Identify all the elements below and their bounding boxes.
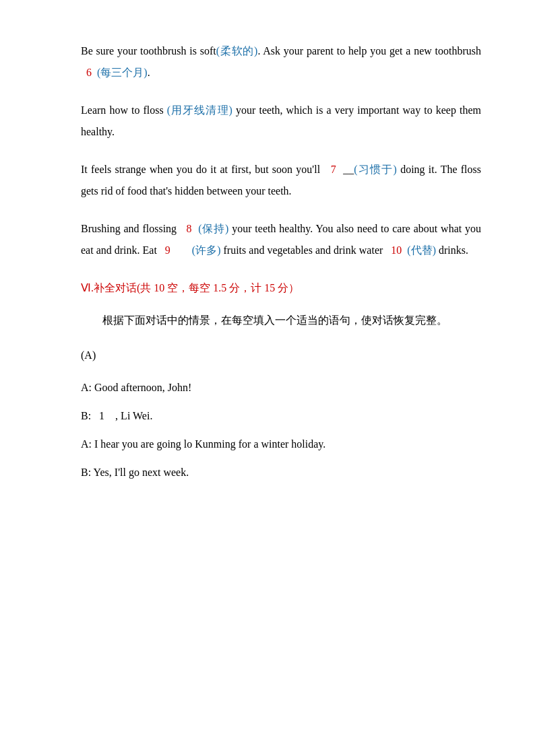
blank-8: 8 [187, 223, 192, 234]
dialog-line-1: A: Good afternoon, John! [81, 377, 481, 399]
chinese-p4-3: (代替) [407, 244, 436, 256]
main-content: Be sure your toothbrush is soft(柔软的). As… [81, 40, 481, 483]
chinese-p3-1: (习惯于) [354, 164, 397, 175]
dialog-speaker-b1: B: 1 , Li Wei. [81, 410, 152, 421]
chinese-p1-2: (每三个月) [97, 67, 148, 78]
dialog-speaker-b2: B: Yes, I'll go next week. [81, 467, 189, 478]
text-p4-2 [192, 223, 199, 234]
paragraph-4: Brushing and flossing 8 (保持) your teeth … [81, 218, 481, 261]
text-p1-1: Be sure your toothbrush is soft [81, 45, 216, 57]
dialog-a-label-text: (A) [81, 349, 96, 361]
dialog-speaker-a2: A: I hear you are going lo Kunming for a… [81, 438, 325, 450]
text-p1-3 [92, 67, 97, 78]
text-p2-1: Learn how to floss [81, 104, 167, 116]
text-p4-4 [170, 244, 192, 256]
dialog-label-a: (A) [81, 345, 481, 366]
blank-9: 9 [165, 244, 170, 256]
text-p4-7: drinks. [436, 244, 468, 256]
blank-6: 6 [86, 67, 92, 78]
chinese-p2-1: (用牙线清理) [167, 104, 232, 116]
dialog-line-4: B: Yes, I'll go next week. [81, 462, 481, 483]
section-vi-instruction: 根据下面对话中的情景，在每空填入一个适当的语句，使对话恢复完整。 [81, 310, 481, 331]
blank-10: 10 [391, 244, 402, 256]
section-vi-header: Ⅵ.补全对话(共 10 空，每空 1.5 分，计 15 分） [81, 277, 481, 299]
text-p3-1: It feels strange when you do it at first… [81, 164, 331, 175]
text-p1-4: . [148, 67, 150, 78]
chinese-p4-1: (保持) [198, 223, 228, 234]
chinese-p1-1: (柔软的) [216, 45, 258, 57]
chinese-p4-2: (许多) [192, 244, 221, 256]
paragraph-3: It feels strange when you do it at first… [81, 159, 481, 202]
text-p4-1: Brushing and flossing [81, 223, 187, 234]
text-p4-5: fruits and vegetables and drink water [221, 244, 391, 256]
blank-7: 7 [331, 164, 336, 175]
dialog-speaker-a1: A: Good afternoon, John! [81, 382, 191, 393]
paragraph-2: Learn how to floss (用牙线清理) your teeth, w… [81, 100, 481, 143]
dialog-line-2: B: 1 , Li Wei. [81, 405, 481, 427]
text-p3-2: __ [336, 164, 354, 175]
paragraph-1: Be sure your toothbrush is soft(柔软的). As… [81, 40, 481, 83]
dialog-line-3: A: I hear you are going lo Kunming for a… [81, 434, 481, 455]
